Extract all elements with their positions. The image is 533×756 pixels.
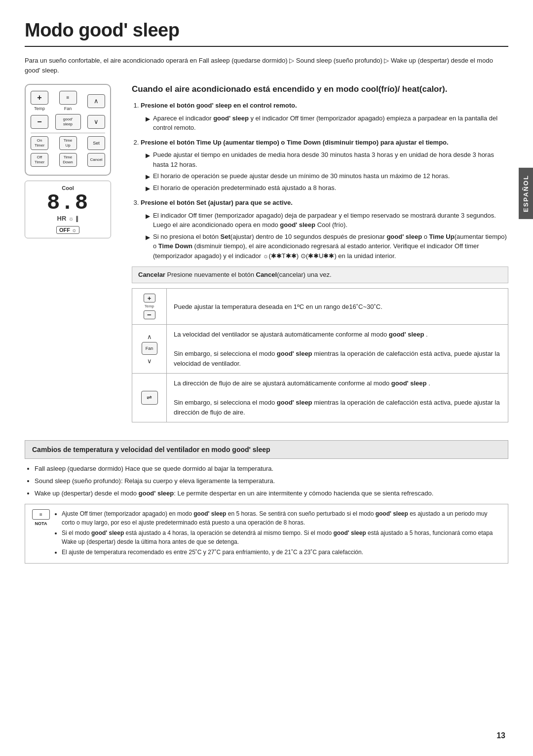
fan-button[interactable]: ≡ [59,91,77,105]
plus-button[interactable]: + [31,91,48,105]
table-row-fan: ∧ Fan ∨ La velocidad del ventilador se a… [132,325,508,374]
display-digits: 8.8 [29,192,107,214]
bottom-bullet-2: Sound sleep (sueño profundo): Relaja su … [35,476,508,487]
display-box: Cool 8.8 HR ☼ ‖ OFF ☼ [25,181,111,238]
display-sub: HR ☼ ‖ [29,215,107,222]
arrow-icon: ▶ [146,172,150,181]
airflow-btn-icon: ⇌ [141,391,158,405]
nota-bullet-1: Ajuste Off timer (temporizador apagado) … [62,509,501,527]
fan-icon-cell: ∧ Fan ∨ [132,325,167,374]
remote-row-1: + Temp ≡ Fan ∧ [31,91,105,111]
remote-row-3: OnTimer TimeUp Set [31,136,105,150]
arrow-icon: ▶ [146,184,150,193]
nota-text: Ajuste Off timer (temporizador apagado) … [55,509,501,558]
remote-row-4: OffTimer TimeDown Cancel [31,153,105,167]
arrow-icon: ▶ [146,212,150,230]
table-row-temp: + Temp − Puede ajustar la temperatura de… [132,289,508,325]
intro-text: Para un sueño confortable, el aire acond… [25,56,508,75]
temp-text-cell: Puede ajustar la temperatura deseada en … [167,289,508,325]
plus-icon: + [144,294,155,302]
display-off-indicator: OFF ☼ [56,226,79,234]
espanol-tab: ESPAÑOL [519,168,533,219]
main-content: + Temp ≡ Fan ∧ − good'sleep [25,84,508,431]
bottom-bullet-3: Wake up (despertar) desde el modo good' … [35,489,508,499]
minus-button[interactable]: − [31,115,48,129]
temp-icon-cell: + Temp − [132,289,167,325]
remote-row-2: − good'sleep ∨ [31,114,105,130]
nota-box: ≡ NOTA Ajuste Off timer (temporizador ap… [25,504,508,564]
cancel-box: Cancelar Presione nuevamente el botón Ca… [132,266,508,283]
temp-icon-label: Temp [145,303,154,309]
cancel-button[interactable]: Cancel [87,153,105,167]
section1-title: Cuando el aire acondicionado está encend… [132,84,508,95]
fan-icon: ∧ Fan ∨ [139,332,159,366]
arrow-icon: ▶ [146,233,150,261]
nota-icon: ≡ NOTA [32,509,50,558]
temp-label: Temp [34,106,45,111]
nota-icon-symbol: ≡ [32,509,50,520]
arrow-icon: ▶ [146,114,150,133]
step-1-bullets: ▶ Aparece el indicador good' sleep y el … [146,113,508,133]
time-down-button[interactable]: TimeDown [59,153,77,167]
time-up-button[interactable]: TimeUp [59,136,77,150]
airflow-icon: ⇌ [139,391,159,405]
temp-icon: + Temp − [139,294,159,319]
on-timer-button[interactable]: OnTimer [31,136,48,150]
step-2-bullet-3: ▶ El horario de operación predeterminado… [146,183,508,193]
feature-table: + Temp − Puede ajustar la temperatura de… [132,288,508,422]
step-2-title: Presione el botón Time Up (aumentar tiem… [141,139,449,146]
step-3-bullet-2: ▶ Si no presiona el botón Set(ajustar) d… [146,232,508,261]
minus-icon: − [144,310,155,319]
bottom-bullets: Fall asleep (quedarse dormido) Hace que … [35,464,508,498]
bottom-bullet-1: Fall asleep (quedarse dormido) Hace que … [35,464,508,474]
good-sleep-button[interactable]: good'sleep [55,114,81,130]
step-2-bullets: ▶ Puede ajustar el tiempo en unidades de… [146,150,508,193]
left-panel: + Temp ≡ Fan ∧ − good'sleep [25,84,121,431]
airflow-text-cell: La dirección de flujo de aire se ajustar… [167,374,508,422]
step-1: Presione el botón good' sleep en el cont… [141,101,508,133]
step-3-bullets: ▶ El indicador Off timer (temporizador a… [146,211,508,261]
remote-control: + Temp ≡ Fan ∧ − good'sleep [25,84,111,176]
step-3-bullet-1: ▶ El indicador Off timer (temporizador a… [146,211,508,230]
table-row-airflow: ⇌ La dirección de flujo de aire se ajust… [132,374,508,422]
page-number: 13 [496,731,505,740]
step-1-bullet-1: ▶ Aparece el indicador good' sleep y el … [146,113,508,133]
off-timer-button[interactable]: OffTimer [31,153,48,167]
arrow-icon: ▶ [146,151,150,169]
fan-label: Fan [64,106,72,111]
down-arrow-button[interactable]: ∨ [87,115,105,129]
step-2-bullet-1: ▶ Puede ajustar el tiempo en unidades de… [146,150,508,169]
fan-btn-icon: Fan [142,342,157,355]
set-button[interactable]: Set [87,136,105,150]
step-3: Presione el botón Set (ajustar) para que… [141,198,508,261]
right-panel: Cuando el aire acondicionado está encend… [132,84,508,431]
nota-bullet-2: Si el modo good' sleep está ajustado a 4… [62,529,501,546]
fan-text-cell: La velocidad del ventilador se ajustará … [167,325,508,374]
step-1-title: Presione el botón good' sleep en el cont… [141,102,297,109]
step-3-title: Presione el botón Set (ajustar) para que… [141,199,293,206]
nota-bullet-3: El ajuste de temperatura recomendado es … [62,548,501,557]
section2-title: Cambios de temperatura y velocidad del v… [25,440,508,459]
airflow-icon-cell: ⇌ [132,374,167,422]
steps: Presione el botón good' sleep en el cont… [132,101,508,261]
step-2: Presione el botón Time Up (aumentar tiem… [141,138,508,193]
step-2-bullet-2: ▶ El horario de operación se puede ajust… [146,171,508,181]
page-title: Modo good' sleep [25,20,508,47]
nota-label: NOTA [32,521,50,528]
up-arrow-button[interactable]: ∧ [87,94,105,108]
